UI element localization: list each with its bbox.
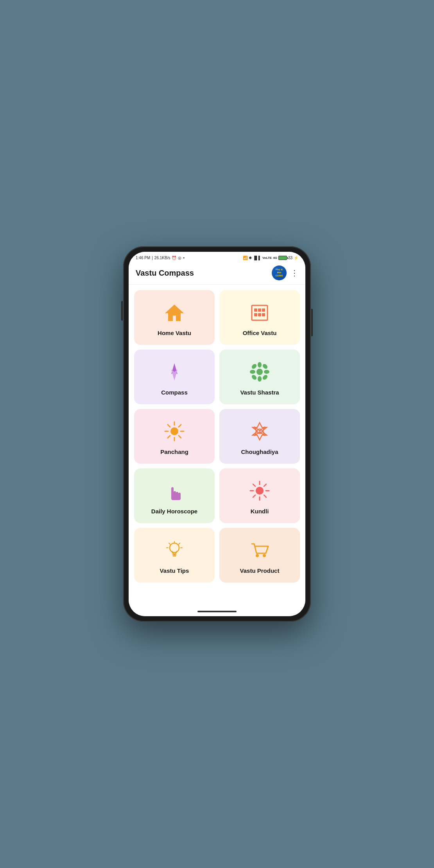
svg-line-24 bbox=[168, 425, 170, 427]
wifi-icon: 📶 bbox=[243, 256, 247, 260]
app-header: Vastu Compass Play & WinCOINS ⋮ bbox=[129, 262, 305, 285]
vastu-product-icon bbox=[248, 538, 271, 562]
svg-rect-2 bbox=[254, 308, 257, 312]
time: 1:46 PM bbox=[136, 256, 150, 260]
svg-point-32 bbox=[256, 487, 264, 495]
svg-point-18 bbox=[262, 374, 269, 380]
svg-point-19 bbox=[170, 427, 178, 435]
svg-line-37 bbox=[253, 484, 255, 486]
daily-horoscope-label: Daily Horoscope bbox=[151, 508, 197, 515]
svg-rect-6 bbox=[258, 313, 261, 316]
home-bar bbox=[129, 608, 305, 616]
vastu-product-label: Vastu Product bbox=[240, 567, 280, 574]
svg-line-25 bbox=[179, 436, 181, 438]
panchang-label: Panchang bbox=[160, 448, 188, 455]
panchang-icon bbox=[163, 420, 186, 443]
coins-label: Play & WinCOINS bbox=[273, 268, 285, 277]
office-vastu-label: Office Vastu bbox=[243, 330, 277, 336]
daily-horoscope-card[interactable]: Daily Horoscope bbox=[134, 468, 215, 523]
4g-icon: 4G bbox=[273, 256, 277, 260]
battery-icon bbox=[278, 256, 287, 260]
phone-screen: 1:46 PM | 26.1KB/s ⏰ ◎ • 📶 ✱ ▐▌▌ VoLTE 4… bbox=[129, 252, 305, 616]
menu-grid: Home Vastu bbox=[134, 290, 300, 583]
svg-point-50 bbox=[263, 554, 266, 557]
compass-label: Compass bbox=[161, 389, 188, 396]
app-title: Vastu Compass bbox=[136, 269, 194, 278]
signal-icon: ▐▌▌ bbox=[253, 256, 261, 260]
bluetooth-icon: ✱ bbox=[249, 256, 252, 260]
daily-horoscope-icon bbox=[163, 479, 186, 502]
network-speed: 26.1KB/s bbox=[154, 256, 170, 260]
home-vastu-label: Home Vastu bbox=[158, 330, 191, 336]
header-right: Play & WinCOINS ⋮ bbox=[272, 265, 298, 280]
svg-rect-4 bbox=[262, 308, 265, 312]
svg-line-46 bbox=[179, 543, 180, 544]
choughadiya-card[interactable]: ॐ Choughadiya bbox=[219, 409, 300, 464]
status-right: 📶 ✱ ▐▌▌ VoLTE 4G 33 ⚡ bbox=[243, 256, 298, 260]
choughadiya-label: Choughadiya bbox=[241, 448, 278, 455]
vastu-product-card[interactable]: Vastu Product bbox=[219, 528, 300, 583]
app-content: Home Vastu bbox=[129, 285, 305, 608]
svg-rect-7 bbox=[262, 313, 265, 316]
location-icon: ◎ bbox=[178, 256, 181, 260]
svg-point-41 bbox=[170, 543, 179, 552]
svg-rect-3 bbox=[258, 308, 261, 312]
svg-point-14 bbox=[264, 370, 269, 374]
svg-point-15 bbox=[251, 363, 258, 369]
svg-line-26 bbox=[179, 425, 181, 427]
vastu-tips-card[interactable]: Vastu Tips bbox=[134, 528, 215, 583]
vastu-shastra-label: Vastu Shastra bbox=[240, 389, 279, 396]
vastu-tips-icon bbox=[163, 538, 186, 562]
office-vastu-card[interactable]: Office Vastu bbox=[219, 290, 300, 345]
svg-text:ॐ: ॐ bbox=[258, 430, 261, 434]
svg-point-49 bbox=[256, 554, 259, 557]
panchang-card[interactable]: Panchang bbox=[134, 409, 215, 464]
more-menu-button[interactable]: ⋮ bbox=[291, 268, 298, 278]
charging-icon: ⚡ bbox=[294, 256, 298, 260]
svg-line-39 bbox=[264, 484, 266, 486]
kundli-card[interactable]: Kundli bbox=[219, 468, 300, 523]
svg-rect-1 bbox=[252, 305, 267, 320]
coins-badge[interactable]: Play & WinCOINS bbox=[272, 265, 287, 280]
home-vastu-card[interactable]: Home Vastu bbox=[134, 290, 215, 345]
compass-card[interactable]: Compass bbox=[134, 350, 215, 404]
kundli-label: Kundli bbox=[251, 508, 269, 515]
svg-marker-0 bbox=[165, 305, 184, 321]
vastu-shastra-card[interactable]: Vastu Shastra bbox=[219, 350, 300, 404]
status-bar: 1:46 PM | 26.1KB/s ⏰ ◎ • 📶 ✱ ▐▌▌ VoLTE 4… bbox=[129, 252, 305, 262]
svg-line-45 bbox=[169, 543, 170, 544]
choughadiya-icon: ॐ bbox=[248, 420, 271, 443]
separator: | bbox=[152, 256, 153, 260]
status-left: 1:46 PM | 26.1KB/s ⏰ ◎ • bbox=[136, 256, 185, 260]
home-vastu-icon bbox=[163, 301, 186, 324]
svg-point-10 bbox=[256, 369, 263, 375]
svg-line-27 bbox=[168, 436, 170, 438]
svg-point-13 bbox=[250, 370, 255, 374]
home-indicator bbox=[197, 611, 237, 612]
compass-icon bbox=[163, 360, 186, 384]
svg-point-11 bbox=[258, 362, 262, 368]
svg-point-17 bbox=[251, 374, 258, 380]
office-vastu-icon bbox=[248, 301, 271, 324]
kundli-icon bbox=[248, 479, 271, 502]
volte-icon: VoLTE bbox=[262, 256, 272, 260]
battery-percent: 33 bbox=[288, 256, 292, 260]
svg-point-12 bbox=[258, 376, 262, 382]
svg-rect-5 bbox=[254, 313, 257, 316]
svg-line-40 bbox=[253, 495, 255, 497]
dot: • bbox=[183, 256, 185, 260]
phone-frame: 1:46 PM | 26.1KB/s ⏰ ◎ • 📶 ✱ ▐▌▌ VoLTE 4… bbox=[123, 246, 311, 622]
svg-point-16 bbox=[262, 363, 269, 369]
vastu-shastra-icon bbox=[248, 360, 271, 384]
alarm-icon: ⏰ bbox=[172, 256, 176, 260]
vastu-tips-label: Vastu Tips bbox=[160, 567, 189, 574]
svg-line-38 bbox=[264, 495, 266, 497]
